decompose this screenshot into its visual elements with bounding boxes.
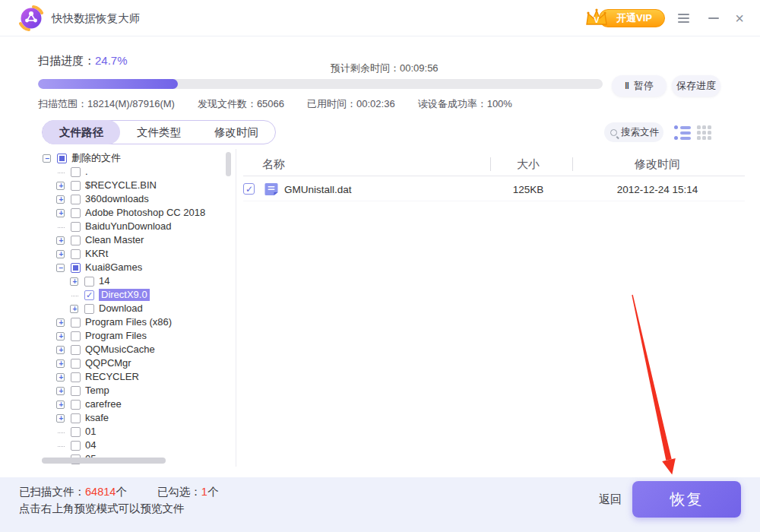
footer-bar: 已扫描文件：64814个已勾选：1个 点击右上角预览模式可以预览文件 返回 恢复	[0, 477, 760, 532]
tree-expander-icon[interactable]	[56, 182, 65, 190]
tab[interactable]: 文件路径	[43, 120, 120, 144]
tree-checkbox[interactable]	[71, 441, 81, 451]
tree-item[interactable]: 01	[32, 425, 222, 439]
tree-checkbox[interactable]	[71, 318, 81, 328]
tree-expander-icon[interactable]	[56, 359, 65, 368]
tree-horizontal-scrollbar[interactable]	[42, 458, 166, 464]
tree-item[interactable]: DirectX9.0	[32, 288, 222, 302]
tree-checkbox[interactable]	[71, 249, 81, 259]
tree-expander-icon[interactable]	[43, 154, 51, 163]
tree-checkbox[interactable]	[71, 208, 81, 218]
tree-expander-icon[interactable]	[56, 236, 65, 245]
pause-button[interactable]: ‖ 暂停	[612, 75, 667, 97]
tree-item[interactable]: $RECYCLE.BIN	[32, 179, 222, 192]
tree-item[interactable]: 04	[32, 439, 222, 452]
tree-expander-icon[interactable]	[56, 373, 65, 382]
tree-item[interactable]: Program Files (x86)	[32, 315, 222, 329]
file-name: GMUnistall.dat	[284, 184, 352, 195]
progress-bar-track	[38, 79, 603, 89]
file-row[interactable]: GMUnistall.dat 125KB 2012-12-24 15:14	[243, 177, 745, 201]
tab[interactable]: 修改时间	[198, 120, 275, 144]
tree-checkbox[interactable]	[84, 290, 94, 300]
tree-checkbox[interactable]	[71, 359, 81, 369]
tree-item[interactable]: KKRt	[32, 247, 222, 261]
folder-tree: 删除的文件 . $RECYCLE.BIN 360downloads Adobe …	[32, 151, 222, 466]
tree-expander-icon[interactable]	[70, 291, 78, 299]
tree-item[interactable]: QQMusicCache	[32, 343, 222, 356]
tree-item[interactable]: carefree	[32, 397, 222, 411]
tab-label: 文件类型	[137, 125, 181, 140]
back-button[interactable]: 返回	[599, 492, 622, 507]
tree-expander-icon[interactable]	[56, 332, 65, 340]
tree-checkbox[interactable]	[84, 304, 94, 314]
file-checkbox[interactable]	[243, 183, 255, 195]
recover-button[interactable]: 恢复	[632, 481, 741, 518]
tree-item[interactable]: 360downloads	[32, 192, 222, 206]
column-divider	[572, 157, 573, 171]
tree-item[interactable]: ksafe	[32, 411, 222, 425]
column-header-size[interactable]: 大小	[486, 157, 570, 172]
tree-checkbox[interactable]	[71, 236, 81, 245]
tree-checkbox[interactable]	[71, 386, 81, 396]
tree-item[interactable]: 删除的文件	[32, 151, 222, 165]
tree-item[interactable]: Clean Master	[32, 233, 222, 247]
tree-expander-icon[interactable]	[56, 346, 65, 354]
tree-checkbox[interactable]	[71, 413, 81, 423]
tree-item[interactable]: Temp	[32, 384, 222, 397]
tree-item[interactable]: 14	[32, 274, 222, 288]
tree-item[interactable]: Adobe Photoshop CC 2018	[32, 206, 222, 220]
tree-item[interactable]: Kuai8Games	[32, 261, 222, 274]
tree-checkbox[interactable]	[71, 167, 81, 177]
tree-checkbox[interactable]	[71, 345, 81, 355]
tree-expander-icon[interactable]	[56, 318, 65, 327]
close-icon[interactable]: ×	[727, 0, 752, 36]
search-input[interactable]: 搜索文件	[604, 122, 663, 142]
minimize-icon[interactable]	[701, 0, 727, 36]
tree-expander-icon[interactable]	[70, 277, 78, 286]
tree-expander-icon[interactable]	[70, 305, 78, 313]
tree-item[interactable]: .	[32, 165, 222, 179]
tree-expander-icon[interactable]	[56, 442, 65, 450]
tree-expander-icon[interactable]	[56, 264, 65, 272]
tab[interactable]: 文件类型	[120, 120, 198, 144]
tree-checkbox[interactable]	[71, 427, 81, 437]
tree-item[interactable]: RECYCLER	[32, 370, 222, 384]
open-vip-button[interactable]: V 开通VIP	[584, 8, 665, 28]
tree-item[interactable]: BaiduYunDownload	[32, 220, 222, 233]
scan-progress-value: 24.7%	[95, 54, 128, 67]
tree-checkbox[interactable]	[57, 154, 67, 163]
tree-expander-icon[interactable]	[56, 223, 65, 231]
tree-expander-icon[interactable]	[56, 401, 65, 409]
tree-item[interactable]: QQPCMgr	[32, 356, 222, 370]
list-view-icon[interactable]	[674, 125, 692, 141]
scanned-files-count: 64814	[85, 486, 116, 498]
tree-checkbox[interactable]	[71, 372, 81, 382]
save-progress-button[interactable]: 保存进度	[672, 75, 720, 97]
tree-vertical-scrollbar[interactable]	[226, 152, 231, 176]
tree-item[interactable]: Download	[32, 302, 222, 315]
tree-expander-icon[interactable]	[56, 209, 65, 217]
column-header-name[interactable]: 名称	[262, 157, 285, 172]
tree-item-label: 360downloads	[85, 193, 149, 205]
column-header-modified[interactable]: 修改时间	[589, 157, 726, 172]
tree-expander-icon[interactable]	[56, 250, 65, 258]
crown-icon: V	[584, 7, 610, 30]
tree-checkbox[interactable]	[71, 181, 81, 191]
tree-expander-icon[interactable]	[56, 168, 65, 176]
tree-expander-icon[interactable]	[56, 195, 65, 204]
checked-files-label: 已勾选：	[157, 486, 201, 498]
tree-checkbox[interactable]	[71, 400, 81, 410]
tree-checkbox[interactable]	[71, 195, 81, 204]
tree-checkbox[interactable]	[84, 277, 94, 287]
tree-checkbox[interactable]	[71, 331, 81, 341]
menu-icon[interactable]	[670, 0, 696, 36]
tree-checkbox[interactable]	[71, 263, 81, 273]
tree-expander-icon[interactable]	[56, 387, 65, 395]
tree-item-label: Program Files (x86)	[85, 316, 172, 328]
tree-checkbox[interactable]	[71, 222, 81, 232]
tree-expander-icon[interactable]	[56, 414, 65, 423]
tree-item[interactable]: Program Files	[32, 329, 222, 343]
tree-item-label: BaiduYunDownload	[85, 220, 171, 233]
grid-view-icon[interactable]	[697, 125, 714, 141]
tree-expander-icon[interactable]	[56, 428, 65, 436]
